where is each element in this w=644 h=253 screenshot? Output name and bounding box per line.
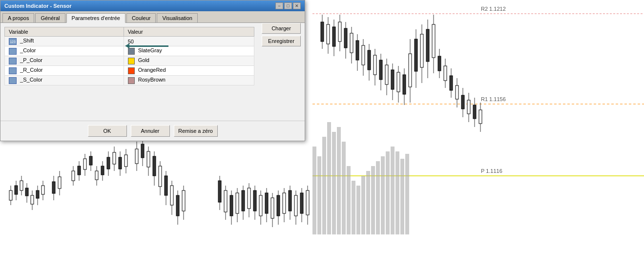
svg-rect-78: [236, 193, 239, 213]
svg-rect-92: [438, 56, 441, 71]
svg-rect-82: [409, 54, 412, 87]
svg-rect-44: [78, 166, 81, 175]
svg-rect-84: [415, 39, 417, 71]
arrow-line: [129, 45, 168, 47]
remise-a-zero-button[interactable]: Remise a zéro: [174, 125, 218, 137]
svg-rect-156: [362, 45, 365, 65]
svg-rect-88: [426, 29, 429, 62]
param-table: Variable Valeur 123 _Shift 50: [4, 27, 254, 85]
svg-rect-126: [265, 193, 268, 213]
svg-rect-40: [42, 186, 44, 194]
svg-rect-16: [356, 186, 360, 234]
tab-parametres[interactable]: Parametres d'entrée: [66, 13, 125, 23]
svg-rect-56: [141, 144, 144, 158]
svg-rect-154: [356, 41, 359, 60]
svg-rect-24: [395, 151, 399, 234]
svg-rect-148: [338, 22, 341, 42]
arrow-head: [125, 43, 129, 48]
svg-rect-162: [379, 60, 382, 80]
svg-rect-170: [403, 75, 406, 94]
svg-rect-100: [461, 95, 464, 109]
row-value: OrangeRed: [124, 66, 254, 76]
svg-rect-58: [147, 151, 150, 167]
svg-rect-106: [479, 110, 482, 124]
svg-rect-116: [119, 157, 122, 169]
svg-rect-32: [20, 181, 23, 190]
svg-rect-80: [242, 190, 245, 211]
row-value: Gold: [124, 56, 254, 66]
svg-rect-90: [432, 24, 435, 58]
svg-rect-132: [283, 193, 286, 213]
annuler-button[interactable]: Annuler: [131, 125, 170, 137]
dialog: Custom Indicator - Sensor − □ ✕ A propos…: [0, 0, 305, 141]
svg-rect-26: [405, 154, 409, 234]
svg-rect-160: [374, 55, 376, 75]
svg-rect-14: [347, 166, 351, 234]
svg-rect-13: [342, 142, 346, 234]
arrow-annotation: [125, 43, 168, 48]
svg-rect-62: [159, 166, 162, 187]
enregistrer-button[interactable]: Enregistrer: [262, 36, 301, 46]
svg-rect-146: [332, 27, 335, 46]
svg-rect-140: [306, 190, 309, 215]
title-bar: Custom Indicator - Sensor − □ ✕: [0, 0, 305, 11]
svg-rect-66: [170, 186, 173, 205]
svg-rect-134: [289, 190, 291, 211]
svg-rect-136: [294, 195, 297, 216]
row-variable: _S_Color: [5, 76, 124, 85]
table-row[interactable]: _P_Color Gold: [5, 56, 254, 66]
svg-rect-158: [368, 50, 371, 70]
svg-rect-19: [371, 166, 375, 234]
svg-rect-22: [386, 151, 390, 234]
row-icon: [9, 77, 17, 84]
minimize-button[interactable]: −: [275, 2, 283, 9]
svg-rect-23: [391, 147, 395, 234]
svg-rect-94: [444, 66, 447, 81]
svg-rect-64: [165, 176, 167, 195]
bottom-buttons: OK Annuler Remise a zéro: [0, 121, 305, 141]
color-swatch: [128, 77, 135, 84]
svg-rect-118: [125, 155, 127, 167]
svg-rect-36: [31, 195, 34, 204]
svg-text:R2  1.1212: R2 1.1212: [481, 6, 506, 12]
row-variable: _P_Color: [5, 56, 124, 66]
svg-rect-110: [58, 177, 61, 189]
tab-visualisation[interactable]: Visualisation: [157, 13, 198, 22]
svg-rect-34: [25, 188, 28, 196]
close-button[interactable]: ✕: [293, 2, 301, 9]
dialog-content: Variable Valeur 123 _Shift 50: [0, 23, 305, 121]
ok-button[interactable]: OK: [88, 125, 127, 137]
svg-text:R1  1.1156: R1 1.1156: [481, 96, 506, 102]
svg-rect-20: [376, 161, 380, 234]
svg-rect-76: [230, 195, 233, 216]
color-swatch: [128, 58, 135, 64]
row-value: RosyBrown: [124, 76, 254, 85]
svg-rect-10: [327, 122, 331, 234]
tabs-container: A propos Général Parametres d'entrée Cou…: [0, 11, 305, 23]
svg-rect-96: [450, 76, 453, 90]
svg-rect-168: [397, 72, 400, 92]
side-buttons: Charger Enregistrer: [262, 23, 301, 46]
tab-general[interactable]: Général: [35, 13, 65, 22]
charger-button[interactable]: Charger: [262, 23, 301, 34]
svg-rect-9: [322, 137, 326, 234]
svg-rect-21: [381, 156, 385, 234]
row-variable: 123 _Shift: [5, 37, 124, 46]
maximize-button[interactable]: □: [284, 2, 292, 9]
svg-rect-166: [391, 70, 394, 89]
table-row[interactable]: _S_Color RosyBrown: [5, 76, 254, 85]
col-variable-header: Variable: [5, 27, 124, 37]
svg-rect-142: [321, 22, 324, 42]
svg-rect-46: [83, 159, 86, 169]
svg-rect-164: [385, 65, 388, 84]
svg-rect-48: [89, 156, 92, 165]
tab-a-propos[interactable]: A propos: [2, 13, 34, 22]
svg-rect-104: [473, 105, 476, 119]
tab-couleur[interactable]: Couleur: [126, 13, 156, 22]
svg-rect-28: [9, 190, 12, 200]
svg-rect-74: [224, 190, 227, 212]
row-icon: 123: [9, 38, 17, 45]
svg-rect-108: [52, 182, 55, 193]
table-row[interactable]: _R_Color OrangeRed: [5, 66, 254, 76]
svg-rect-152: [350, 33, 353, 53]
